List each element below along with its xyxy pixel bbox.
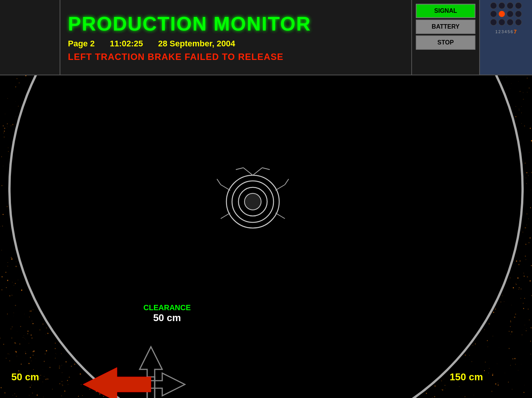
page-label: Page 2 [68,39,95,49]
panel-num: 5 [507,29,510,34]
indicator-dot [490,11,497,17]
right-measurement: 150 cm [450,371,483,383]
time-label: 11:02:25 [110,39,143,49]
battery-button[interactable]: BATTERY [416,20,475,34]
panel-row-3 [482,19,530,26]
indicator-dot-active [498,11,505,17]
alert-message: LEFT TRACTION BRAKE FAILED TO RELEASE [68,52,404,62]
panel-num: 4 [504,29,507,34]
panel-row-2 [482,11,530,17]
app-title: PRODUCTION MONITOR [68,12,404,35]
header-main: PRODUCTION MONITOR Page 2 11:02:25 28 Se… [60,0,411,75]
signal-button[interactable]: SIGNAL [416,4,475,18]
left-measurement: 50 cm [11,371,39,383]
indicator-dot [507,2,514,9]
clearance-value: 50 cm [143,312,191,324]
main-display: CLEARANCE 50 cm 50 cm 150 cm 180 cm [0,75,532,398]
clearance-label: CLEARANCE 50 cm [143,303,191,324]
stop-button[interactable]: STOP [416,35,475,50]
indicator-dot [490,2,497,9]
tunnel-diagram [0,75,532,398]
clearance-text: CLEARANCE [143,303,191,312]
svg-point-6 [244,193,261,210]
panel-num: 6 [510,29,513,34]
panel-num: 3 [501,29,504,34]
panel-num: 2 [498,29,501,34]
indicator-dot [515,19,522,26]
indicator-dot [498,19,505,26]
panel-row-1 [482,2,530,9]
indicator-dot [507,11,514,17]
indicator-dot [507,19,514,26]
control-buttons: SIGNAL BATTERY STOP [411,0,479,75]
indicator-dot [490,19,497,26]
panel-numbers: 1 2 3 4 5 6 7 [482,29,530,35]
indicator-panel: 1 2 3 4 5 6 7 [479,0,532,75]
header: PRODUCTION MONITOR Page 2 11:02:25 28 Se… [0,0,532,75]
panel-num-highlight: 7 [514,29,517,35]
date-label: 28 September, 2004 [158,39,235,49]
indicator-dot [515,2,522,9]
indicator-dot [498,2,505,9]
header-logo-area [0,0,60,75]
svg-point-1 [9,75,523,398]
panel-num: 1 [495,29,498,34]
indicator-dot [515,11,522,17]
header-info-row: Page 2 11:02:25 28 September, 2004 [68,39,404,49]
